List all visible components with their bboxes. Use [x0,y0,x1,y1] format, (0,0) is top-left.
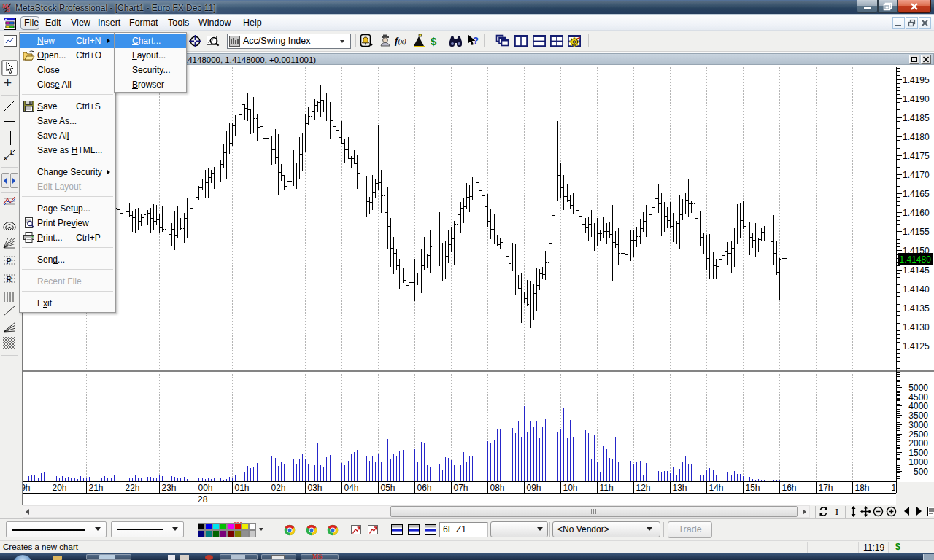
svg-text:4000: 4000 [908,401,928,411]
svg-text:1.4165: 1.4165 [903,189,930,199]
svg-text:1500: 1500 [908,448,928,458]
svg-text:1.4185: 1.4185 [903,113,930,123]
svg-text:09h: 09h [527,483,541,493]
svg-text:?: ? [473,35,479,46]
svg-text:04h: 04h [344,483,359,493]
svg-text:07h: 07h [454,483,468,493]
svg-text:1.4140: 1.4140 [903,284,930,295]
svg-text:01h: 01h [235,483,250,493]
svg-text:1.4130: 1.4130 [903,322,930,332]
svg-text:13h: 13h [673,483,687,493]
svg-text:06h: 06h [417,483,432,493]
svg-text:5000: 5000 [908,383,928,393]
svg-text:00h: 00h [198,483,213,493]
svg-text:15h: 15h [746,483,760,493]
svg-text:12h: 12h [636,483,651,493]
svg-text:1.4150: 1.4150 [903,246,930,256]
svg-text:16h: 16h [782,483,797,493]
svg-text:3000: 3000 [908,420,928,430]
svg-text:1.4175: 1.4175 [903,151,930,161]
svg-text:10h: 10h [563,483,578,493]
svg-text:23h: 23h [162,483,177,493]
svg-text:17h: 17h [819,483,833,493]
svg-text:1.4125: 1.4125 [903,341,930,351]
svg-text:1.4170: 1.4170 [903,170,930,180]
svg-text:21h: 21h [89,483,104,493]
svg-text:3500: 3500 [908,411,928,421]
svg-text:1.4195: 1.4195 [903,75,930,85]
svg-text:s: s [4,155,7,161]
svg-text:20h: 20h [53,483,67,493]
svg-text:19h: 19h [22,483,31,493]
svg-text:P: P [7,257,12,265]
svg-text:L: L [10,149,14,156]
svg-text:1.4160: 1.4160 [903,208,930,218]
svg-text:1.4135: 1.4135 [903,303,930,314]
svg-text:4500: 4500 [908,392,928,402]
svg-text:1.4190: 1.4190 [903,94,930,104]
svg-text:1.4145: 1.4145 [903,265,930,276]
svg-text:500: 500 [914,467,928,477]
svg-text:2000: 2000 [908,438,928,448]
svg-text:14h: 14h [709,483,724,493]
svg-text:11h: 11h [600,483,614,493]
svg-text:08h: 08h [490,483,505,493]
svg-text:1.4155: 1.4155 [903,227,930,237]
svg-text:05h: 05h [381,483,395,493]
svg-text:28: 28 [198,494,208,505]
svg-text:02h: 02h [271,483,286,493]
svg-text:22h: 22h [126,483,140,493]
svg-text:1000: 1000 [908,457,928,467]
svg-text:2500: 2500 [908,429,928,440]
svg-text:18h: 18h [855,483,870,493]
svg-text:03h: 03h [308,483,323,493]
svg-text:R: R [7,276,12,284]
svg-text:1.4180: 1.4180 [903,132,930,142]
